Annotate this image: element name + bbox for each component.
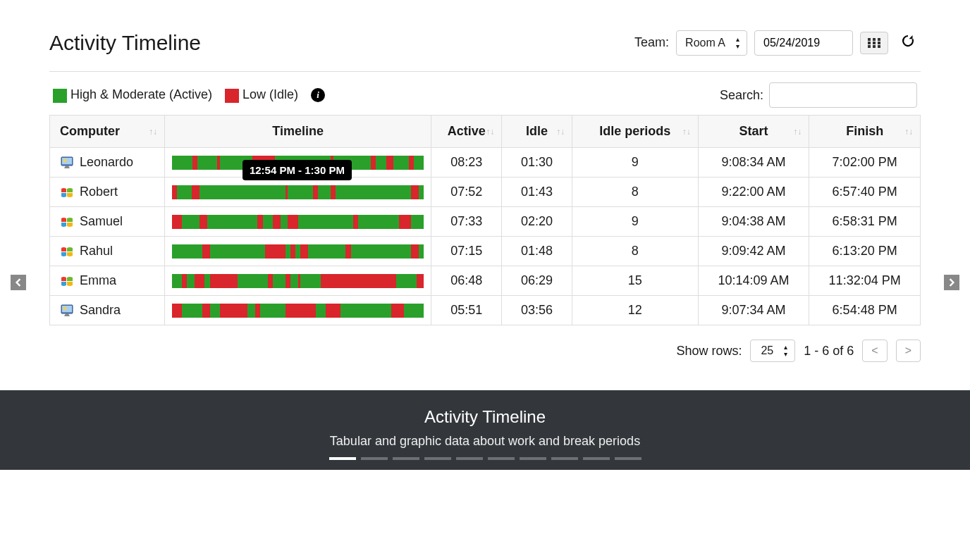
timeline-segment-active[interactable] — [260, 304, 286, 318]
timeline-segment-idle[interactable] — [411, 244, 419, 259]
timeline-segment-active[interactable] — [300, 274, 321, 288]
carousel-dot[interactable] — [424, 457, 451, 460]
col-active[interactable]: Active↑↓ — [431, 116, 502, 148]
grid-view-button[interactable] — [860, 32, 888, 54]
date-input[interactable] — [754, 30, 853, 56]
timeline-segment-idle[interactable] — [172, 304, 182, 318]
timeline-segment-active[interactable] — [411, 215, 424, 229]
timeline-segment-idle[interactable] — [202, 304, 210, 318]
timeline-segment-idle[interactable] — [288, 215, 297, 229]
timeline-segment-idle[interactable] — [172, 185, 177, 199]
timeline-segment-active[interactable] — [414, 156, 424, 170]
timeline-segment-idle[interactable] — [210, 274, 238, 288]
carousel-dot[interactable] — [488, 457, 515, 460]
timeline-segment-idle[interactable] — [290, 244, 295, 259]
timeline-segment-active[interactable] — [177, 185, 192, 199]
carousel-next-button[interactable] — [944, 275, 959, 290]
timeline-segment-idle[interactable] — [192, 156, 197, 170]
carousel-dot[interactable] — [456, 457, 483, 460]
timeline-segment-idle[interactable] — [345, 244, 350, 259]
timeline-segment-idle[interactable] — [273, 215, 281, 229]
timeline-segment-idle[interactable] — [182, 274, 187, 288]
rows-per-page-dropdown[interactable]: 25 ▴▾ — [750, 340, 795, 362]
col-start[interactable]: Start↑↓ — [698, 116, 809, 148]
timeline-segment-idle[interactable] — [313, 185, 318, 199]
timeline-segment-idle[interactable] — [386, 156, 394, 170]
timeline-segment-active[interactable] — [419, 244, 424, 259]
timeline-segment-active[interactable] — [396, 274, 417, 288]
timeline-segment-idle[interactable] — [192, 185, 199, 199]
refresh-button[interactable] — [895, 28, 921, 57]
timeline-segment-active[interactable] — [340, 304, 391, 318]
timeline-segment-idle[interactable] — [321, 274, 396, 288]
timeline-segment-idle[interactable] — [409, 156, 414, 170]
carousel-dot[interactable] — [361, 457, 388, 460]
carousel-dot[interactable] — [583, 457, 610, 460]
timeline-segment-active[interactable] — [351, 244, 412, 259]
timeline-segment-active[interactable] — [316, 304, 326, 318]
timeline-segment-idle[interactable] — [391, 304, 404, 318]
info-icon[interactable]: i — [311, 88, 325, 102]
col-idle-periods[interactable]: Idle periods↑↓ — [572, 116, 698, 148]
carousel-dot[interactable] — [393, 457, 419, 460]
timeline-segment-active[interactable] — [273, 274, 286, 288]
timeline-segment-active[interactable] — [288, 185, 313, 199]
search-input[interactable] — [769, 82, 917, 108]
timeline-segment-idle[interactable] — [195, 274, 204, 288]
timeline-segment-active[interactable] — [182, 304, 202, 318]
carousel-dot[interactable] — [615, 457, 641, 460]
timeline-segment-idle[interactable] — [172, 215, 182, 229]
timeline-segment-active[interactable] — [295, 244, 300, 259]
timeline-segment-active[interactable] — [210, 244, 266, 259]
timeline-segment-active[interactable] — [298, 215, 354, 229]
timeline-segment-active[interactable] — [199, 185, 286, 199]
timeline-segment-idle[interactable] — [300, 244, 308, 259]
carousel-dot[interactable] — [551, 457, 578, 460]
timeline-segment-idle[interactable] — [326, 304, 340, 318]
timeline-segment-active[interactable] — [172, 274, 182, 288]
timeline-segment-active[interactable] — [187, 274, 195, 288]
carousel-prev-button[interactable] — [11, 275, 26, 290]
timeline-segment-idle[interactable] — [399, 215, 412, 229]
timeline-segment-active[interactable] — [286, 244, 290, 259]
timeline-segment-active[interactable] — [281, 215, 288, 229]
timeline-segment-idle[interactable] — [417, 274, 424, 288]
carousel-dot[interactable] — [329, 457, 356, 460]
carousel-dot[interactable] — [520, 457, 546, 460]
timeline-segment-idle[interactable] — [331, 185, 336, 199]
timeline-segment-idle[interactable] — [199, 215, 207, 229]
timeline-segment-idle[interactable] — [286, 304, 316, 318]
col-finish[interactable]: Finish↑↓ — [809, 116, 921, 148]
timeline-segment-active[interactable] — [376, 156, 386, 170]
timeline-segment-active[interactable] — [263, 215, 273, 229]
timeline-segment-active[interactable] — [182, 215, 199, 229]
timeline-segment-active[interactable] — [238, 274, 268, 288]
timeline-segment-active[interactable] — [210, 304, 220, 318]
timeline-segment-idle[interactable] — [257, 215, 262, 229]
timeline-segment-active[interactable] — [404, 304, 424, 318]
timeline-segment-active[interactable] — [247, 304, 255, 318]
team-dropdown[interactable]: Room A ▴▾ — [676, 30, 747, 56]
timeline-segment-active[interactable] — [308, 244, 346, 259]
timeline-segment-idle[interactable] — [371, 156, 376, 170]
next-page-button[interactable]: > — [896, 340, 921, 362]
timeline-segment-idle[interactable] — [255, 304, 260, 318]
timeline-segment-active[interactable] — [318, 185, 331, 199]
timeline-segment-active[interactable] — [358, 215, 398, 229]
timeline-segment-idle[interactable] — [202, 244, 210, 259]
timeline-segment-idle[interactable] — [353, 215, 358, 229]
timeline-segment-idle[interactable] — [220, 304, 247, 318]
timeline-segment-active[interactable] — [393, 156, 408, 170]
timeline-segment-idle[interactable] — [286, 274, 290, 288]
timeline-segment-idle[interactable] — [268, 274, 273, 288]
timeline-segment-active[interactable] — [197, 156, 218, 170]
timeline-segment-active[interactable] — [204, 274, 209, 288]
col-computer[interactable]: Computer↑↓ — [50, 116, 165, 148]
timeline-segment-active[interactable] — [207, 215, 257, 229]
timeline-segment-active[interactable] — [290, 274, 298, 288]
timeline-segment-active[interactable] — [172, 244, 202, 259]
timeline-segment-active[interactable] — [419, 185, 424, 199]
timeline-segment-active[interactable] — [172, 156, 192, 170]
timeline-segment-idle[interactable] — [265, 244, 286, 259]
timeline-segment-active[interactable] — [336, 185, 411, 199]
